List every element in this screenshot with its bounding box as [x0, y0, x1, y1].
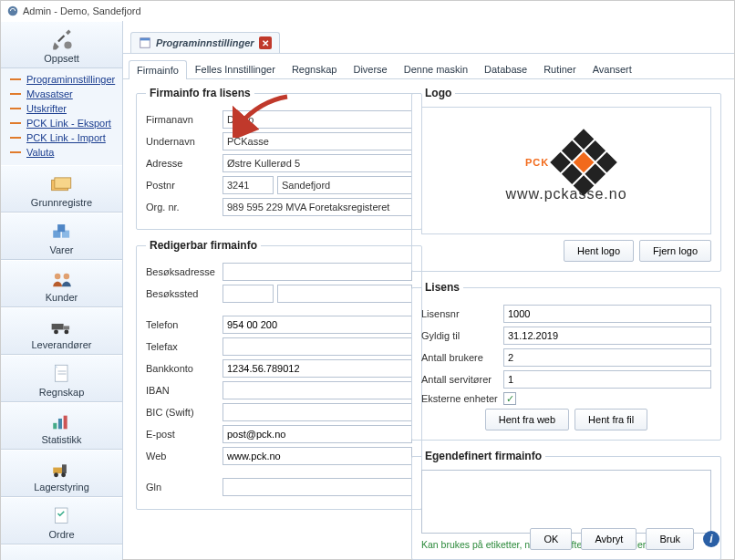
- tab-diverse[interactable]: Diverse: [345, 59, 395, 78]
- checklist-icon: [51, 505, 73, 527]
- tools-icon: [50, 27, 74, 51]
- adresse-field: [223, 154, 412, 172]
- svg-rect-23: [55, 508, 67, 524]
- sidebar-link-pcklink-eksport[interactable]: PCK Link - Eksport: [6, 116, 122, 130]
- tab-avansert[interactable]: Avansert: [585, 59, 640, 78]
- sidebar-section-oppgjor[interactable]: Oppgjør: [1, 544, 122, 560]
- lisens-group: Lisens Lisensnr Gyldig til Antall bruker…: [411, 281, 721, 441]
- cancel-button[interactable]: Avbryt: [581, 528, 637, 550]
- epost-input[interactable]: [223, 425, 412, 443]
- svg-rect-20: [62, 464, 67, 473]
- people-icon: [50, 270, 74, 290]
- hent-fra-fil-button[interactable]: Hent fra fil: [575, 409, 647, 430]
- egendef-legend: Egendefinert firmainfo: [421, 450, 545, 462]
- svg-rect-10: [63, 326, 69, 329]
- sidebar-section-grunnregistre[interactable]: Grunnregistre: [1, 165, 122, 213]
- subtab-bar: Firmainfo Felles Innstillinger Regnskap …: [123, 54, 734, 79]
- iban-input[interactable]: [223, 381, 412, 399]
- gln-input[interactable]: [223, 478, 412, 496]
- bic-input[interactable]: [223, 403, 412, 421]
- telefax-input[interactable]: [223, 337, 412, 356]
- svg-rect-6: [57, 224, 65, 232]
- boxes-icon: [50, 223, 74, 243]
- fjern-logo-button[interactable]: Fjern logo: [639, 240, 711, 262]
- logo-group: Logo PCK www.pckasse.no: [411, 87, 721, 272]
- svg-point-12: [64, 329, 68, 334]
- document-tab[interactable]: Programinnstillinger ✕: [130, 32, 280, 53]
- tab-dennemaskin[interactable]: Denne maskin: [396, 59, 476, 78]
- forklift-icon: [50, 460, 74, 480]
- sidebar-section-oppsett[interactable]: Oppsett: [1, 21, 122, 68]
- sidebar-section-ordre[interactable]: Ordre: [1, 497, 122, 544]
- sidebar-section-kunder[interactable]: Kunder: [1, 260, 122, 307]
- ok-button[interactable]: OK: [530, 528, 572, 550]
- svg-point-0: [8, 6, 18, 16]
- sidebar-links: Programinnstillinger Mvasatser Utskrifte…: [1, 68, 122, 165]
- editable-group: Redigerbar firmainfo Besøksadresse Besøk…: [136, 239, 422, 510]
- window-title: Admin - Demo, Sandefjord: [23, 5, 141, 16]
- besoksadresse-input[interactable]: [223, 263, 412, 281]
- sidebar-link-valuta[interactable]: Valuta: [6, 145, 122, 160]
- sidebar-section-regnskap[interactable]: Regnskap: [1, 355, 122, 402]
- orgnr-field: [223, 198, 412, 216]
- firmainfo-group: Firmainfo fra lisens Firmanavn Undernavn…: [136, 87, 422, 230]
- web-input[interactable]: [223, 447, 412, 465]
- svg-rect-25: [140, 38, 150, 41]
- sidebar-section-leverandorer[interactable]: Leverandører: [1, 307, 122, 355]
- svg-point-22: [61, 472, 66, 477]
- close-tab-icon[interactable]: ✕: [259, 36, 272, 49]
- main-area: Programinnstillinger ✕ Firmainfo Felles …: [123, 21, 734, 559]
- sidebar: Oppsett Programinnstillinger Mvasatser U…: [1, 21, 123, 559]
- undernavn-field: [223, 132, 412, 150]
- svg-rect-3: [54, 178, 70, 188]
- info-icon[interactable]: i: [703, 531, 719, 547]
- svg-point-1: [64, 41, 71, 48]
- tab-rutiner[interactable]: Rutiner: [535, 59, 584, 78]
- titlebar: Admin - Demo, Sandefjord: [1, 1, 734, 21]
- logo-image-box: PCK www.pckasse.no: [421, 107, 711, 234]
- sidebar-link-programinnstillinger[interactable]: Programinnstillinger: [6, 72, 122, 87]
- tab-regnskap[interactable]: Regnskap: [284, 59, 346, 78]
- sidebar-link-utskrifter[interactable]: Utskrifter: [6, 101, 122, 116]
- sidebar-link-mvasatser[interactable]: Mvasatser: [6, 87, 122, 101]
- antallbrukere-field: [503, 348, 711, 367]
- document-tabstrip: Programinnstillinger ✕: [123, 26, 734, 54]
- besoks-sted-input[interactable]: [277, 285, 412, 303]
- sidebar-link-pcklink-import[interactable]: PCK Link - Import: [6, 130, 122, 145]
- egendef-text[interactable]: [421, 470, 711, 534]
- svg-point-7: [54, 274, 60, 280]
- firmainfo-legend: Firmainfo fra lisens: [146, 87, 254, 99]
- eksterne-checkbox: ✓: [503, 392, 516, 405]
- antallservitorer-field: [503, 370, 711, 389]
- truck-icon: [50, 317, 74, 337]
- hent-fra-web-button[interactable]: Hent fra web: [485, 409, 569, 430]
- app-icon: [6, 5, 19, 17]
- folders-icon: [50, 175, 74, 195]
- logo-legend: Logo: [421, 87, 455, 99]
- tab-felles[interactable]: Felles Innstillinger: [187, 59, 284, 78]
- editable-legend: Redigerbar firmainfo: [146, 239, 261, 252]
- hent-logo-button[interactable]: Hent logo: [564, 240, 634, 262]
- sidebar-section-lagerstyring[interactable]: Lagerstyring: [1, 450, 122, 497]
- tab-firmainfo[interactable]: Firmainfo: [129, 60, 187, 79]
- svg-rect-9: [51, 324, 63, 330]
- logo-url: www.pckasse.no: [505, 186, 626, 202]
- form-icon: [139, 36, 151, 49]
- svg-rect-19: [53, 468, 62, 474]
- app-window: Admin - Demo, Sandefjord Oppsett Program…: [0, 0, 735, 560]
- poststed-field: [277, 176, 412, 194]
- svg-rect-17: [57, 419, 61, 429]
- tab-database[interactable]: Database: [476, 59, 535, 78]
- svg-point-21: [54, 472, 58, 477]
- sidebar-section-statistikk[interactable]: Statistikk: [1, 402, 122, 450]
- dialog-buttons: OK Avbryt Bruk i: [530, 528, 719, 550]
- svg-rect-18: [63, 416, 67, 430]
- telefon-input[interactable]: [223, 316, 412, 334]
- document-icon: [51, 363, 73, 385]
- lisensnr-field: [503, 305, 711, 323]
- bankkonto-input[interactable]: [223, 359, 412, 378]
- sidebar-section-varer[interactable]: Varer: [1, 213, 122, 260]
- besoks-nr-input[interactable]: [223, 285, 274, 303]
- svg-point-8: [63, 274, 69, 280]
- apply-button[interactable]: Bruk: [646, 528, 694, 550]
